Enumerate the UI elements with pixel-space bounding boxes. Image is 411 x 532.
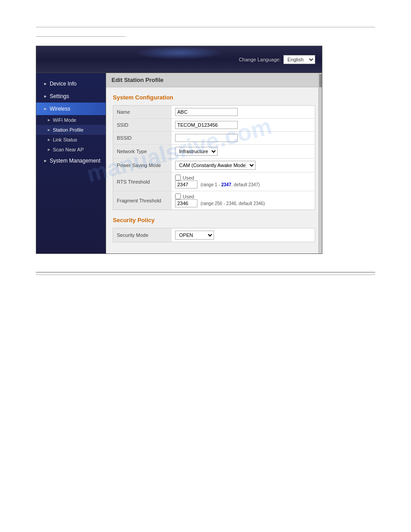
chevron-icon: ► [47, 137, 51, 142]
table-row: RTS Threshold Used (range 1 - 2347, defa… [113, 172, 315, 191]
fragment-used-label: Used [183, 194, 194, 199]
ui-body: ► Device Info ► Settings ► Wireless ► Wi… [36, 73, 322, 253]
field-value-ssid [171, 119, 315, 132]
field-label-name: Name [113, 106, 171, 119]
scrollbar-track[interactable] [318, 73, 322, 253]
sidebar-item-settings[interactable]: ► Settings [36, 90, 106, 103]
sidebar-item-label: Settings [50, 93, 69, 99]
rts-checkbox[interactable] [175, 175, 181, 180]
table-row: Power Saving Mode CAM (Constantly Awake … [113, 159, 315, 172]
top-rule [36, 27, 375, 27]
power-saving-select[interactable]: CAM (Constantly Awake Mode) PSP Fast PSP [175, 161, 256, 170]
header-glow [134, 46, 224, 60]
scrollbar-thumb[interactable] [319, 74, 322, 87]
sub-rule [36, 36, 125, 37]
ssid-input[interactable] [175, 121, 238, 129]
sidebar-item-label: Wireless [50, 106, 70, 112]
field-value-fragment: Used (range 256 - 2346, default 2346) [171, 191, 315, 210]
field-label-bssid: BSSID [113, 132, 171, 145]
language-select[interactable]: English Chinese French [283, 55, 315, 64]
table-row: BSSID [113, 132, 315, 145]
system-config-table: Name SSID [113, 105, 315, 210]
field-value-name [171, 106, 315, 119]
chevron-icon: ► [43, 107, 47, 111]
section-title-security: Security Policy [113, 217, 315, 223]
bottom-rule-thick [36, 272, 375, 273]
field-label-ssid: SSID [113, 119, 171, 132]
fragment-input[interactable] [175, 199, 197, 207]
sidebar-subitem-label: Scan Near AP [53, 147, 84, 152]
fragment-checkbox[interactable] [175, 193, 181, 199]
field-label-rts: RTS Threshold [113, 172, 171, 191]
field-label-network-type: Network Type [113, 145, 171, 159]
security-table: Security Mode OPEN WEP WPA-PSK WPA2-PSK [113, 228, 315, 242]
sidebar: ► Device Info ► Settings ► Wireless ► Wi… [36, 73, 106, 253]
table-row: Name [113, 106, 315, 119]
security-mode-select[interactable]: OPEN WEP WPA-PSK WPA2-PSK [175, 231, 214, 240]
main-content-wrapper: Edit Station Profile System Configuratio… [106, 73, 322, 253]
main-content: Edit Station Profile System Configuratio… [106, 73, 322, 253]
chevron-icon: ► [47, 118, 51, 122]
field-value-rts: Used (range 1 - 2347, default 2347) [171, 172, 315, 191]
table-row: SSID [113, 119, 315, 132]
sidebar-subitem-label: Link Status [53, 137, 77, 142]
field-label-power-saving: Power Saving Mode [113, 159, 171, 172]
sidebar-item-label: Device Info [50, 81, 77, 87]
field-value-bssid [171, 132, 315, 145]
rts-checkbox-label: Used [175, 175, 311, 180]
fragment-checkbox-label: Used [175, 193, 311, 199]
sidebar-subitem-scan-near-ap[interactable]: ► Scan Near AP [36, 145, 106, 154]
ui-container: manualsrive.com Change Language: English… [36, 46, 322, 254]
field-label-security-mode: Security Mode [113, 228, 171, 242]
sidebar-subitem-label: WiFi Mode [53, 117, 77, 123]
sidebar-subitem-link-status[interactable]: ► Link Status [36, 135, 106, 145]
page-title: Edit Station Profile [111, 77, 163, 83]
change-language-label: Change Language: [239, 57, 281, 62]
sidebar-subitem-wifi-mode[interactable]: ► WiFi Mode [36, 115, 106, 125]
sidebar-item-label: System Management [50, 158, 100, 164]
ui-header: Change Language: English Chinese French [36, 46, 322, 73]
chevron-icon: ► [43, 82, 47, 86]
table-row: Security Mode OPEN WEP WPA-PSK WPA2-PSK [113, 228, 315, 242]
rts-range-hint: (range 1 - 2347, default 2347) [201, 182, 260, 187]
bssid-input[interactable] [175, 134, 238, 142]
rts-input[interactable] [175, 180, 197, 189]
fragment-range-hint: (range 256 - 2346, default 2346) [201, 201, 265, 206]
sidebar-item-wireless[interactable]: ► Wireless [36, 103, 106, 115]
content-header: Edit Station Profile [106, 73, 322, 87]
table-row: Network Type Infrastructure Ad-Hoc [113, 145, 315, 159]
bottom-rule-thin [36, 275, 375, 275]
network-type-select[interactable]: Infrastructure Ad-Hoc [175, 147, 218, 156]
sidebar-subitem-label: Station Profile [53, 127, 83, 133]
sidebar-item-device-info[interactable]: ► Device Info [36, 77, 106, 90]
field-value-network-type: Infrastructure Ad-Hoc [171, 145, 315, 159]
name-input[interactable] [175, 108, 238, 116]
chevron-icon: ► [47, 147, 51, 152]
rts-used-label: Used [183, 175, 194, 180]
page-wrapper: manualsrive.com Change Language: English… [0, 0, 411, 293]
chevron-icon: ► [43, 159, 47, 163]
section-title-system-config: System Configuration [113, 94, 315, 101]
chevron-icon: ► [47, 128, 51, 132]
content-body: System Configuration Name SSID [106, 87, 322, 253]
chevron-icon: ► [43, 94, 47, 99]
sidebar-item-system-management[interactable]: ► System Management [36, 154, 106, 167]
field-value-security-mode: OPEN WEP WPA-PSK WPA2-PSK [171, 228, 315, 242]
field-label-fragment: Fragment Threshold [113, 191, 171, 210]
field-value-power-saving: CAM (Constantly Awake Mode) PSP Fast PSP [171, 159, 315, 172]
sidebar-subitem-station-profile[interactable]: ► Station Profile [36, 125, 106, 135]
table-row: Fragment Threshold Used (range 256 - 234… [113, 191, 315, 210]
bottom-rules [36, 272, 375, 275]
